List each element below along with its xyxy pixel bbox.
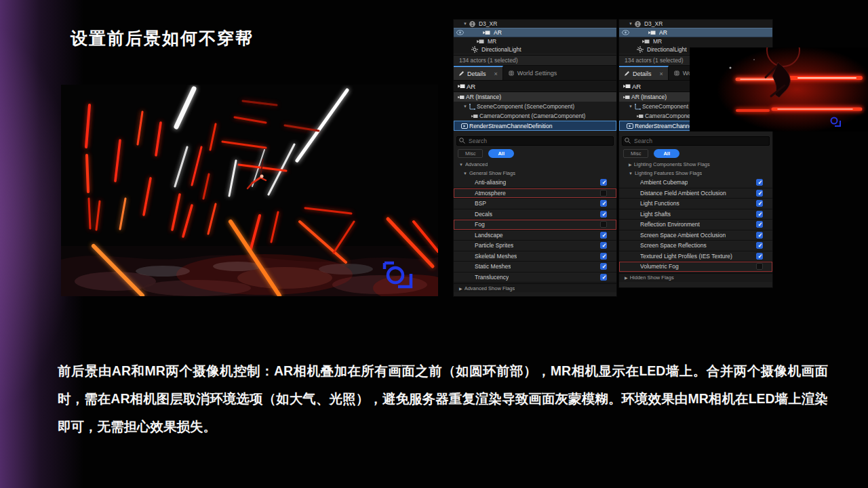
show-flag-row[interactable]: Distance Field Ambient Occlusion xyxy=(619,188,772,199)
checkbox[interactable] xyxy=(756,211,763,218)
checkbox[interactable] xyxy=(600,211,607,218)
expander-icon[interactable]: ▶ xyxy=(629,162,632,167)
show-flag-row[interactable]: Fog xyxy=(454,220,616,230)
tab-world-settings[interactable]: World Settings xyxy=(503,66,561,80)
outliner-label: AR xyxy=(659,29,667,36)
show-flag-row[interactable]: Reflection Environment xyxy=(619,220,772,230)
expander-icon[interactable]: ▶ xyxy=(459,286,462,291)
instance-row[interactable]: AR (Instance) xyxy=(454,92,616,102)
close-icon[interactable]: × xyxy=(494,70,498,77)
checkbox[interactable] xyxy=(756,200,763,207)
component-label: RenderStreamChannelDefinition xyxy=(469,123,552,129)
checkbox[interactable] xyxy=(600,242,607,249)
checkbox[interactable] xyxy=(600,253,607,260)
show-flag-row[interactable]: Textured Light Profiles (IES Texture) xyxy=(619,251,772,262)
checkbox[interactable] xyxy=(756,190,763,197)
expander-icon[interactable]: ▼ xyxy=(463,171,467,176)
show-flag-row[interactable]: Screen Space Reflections xyxy=(619,241,772,251)
outliner-row-mr[interactable]: MR xyxy=(619,37,772,45)
show-flag-label: Atmosphere xyxy=(475,190,506,197)
search-input[interactable] xyxy=(622,136,770,146)
checkbox[interactable] xyxy=(600,263,607,270)
camera-icon xyxy=(623,95,630,100)
show-flag-label: Advanced Show Flags xyxy=(465,285,515,291)
show-flag-row[interactable]: ▼ Lighting Features Show Flags xyxy=(619,169,772,178)
checkbox[interactable] xyxy=(600,274,607,281)
outliner-row-mr[interactable]: MR xyxy=(454,37,616,45)
expander-icon[interactable]: ▼ xyxy=(629,171,633,176)
checkbox[interactable] xyxy=(756,221,763,228)
pencil-icon xyxy=(624,70,630,77)
tab-details[interactable]: Details × xyxy=(454,66,503,80)
expander-icon[interactable]: ▼ xyxy=(629,22,633,26)
outliner-row-ar[interactable]: AR xyxy=(619,28,772,37)
close-icon[interactable]: × xyxy=(660,70,663,77)
expander-icon[interactable]: ▼ xyxy=(463,22,467,26)
eye-icon[interactable] xyxy=(622,30,629,35)
show-flag-row[interactable]: ▼ General Show Flags xyxy=(454,169,616,178)
camera-icon xyxy=(648,30,656,35)
world-icon xyxy=(469,21,475,27)
checkbox[interactable] xyxy=(600,190,607,197)
component-row-camera[interactable]: CameraComponent (CameraComponent) xyxy=(454,111,616,121)
checkbox[interactable] xyxy=(756,263,763,270)
show-flag-row[interactable]: Ambient Cubemap xyxy=(619,178,772,188)
checkbox[interactable] xyxy=(756,242,763,249)
show-flags-list: ▶ Lighting Components Show Flags ▼ Light… xyxy=(619,160,772,287)
component-row-scene[interactable]: ▼ SceneComponent (SceneComponent) xyxy=(454,102,616,111)
show-flag-row[interactable]: Anti-aliasing xyxy=(454,178,616,188)
show-flag-row[interactable]: Static Meshes xyxy=(454,262,616,272)
outliner-row-world[interactable]: ▼ D3_XR xyxy=(619,20,772,28)
show-flag-row[interactable]: ▶ Lighting Components Show Flags xyxy=(619,160,772,169)
tab-details[interactable]: Details × xyxy=(619,66,669,80)
outliner-row-light[interactable]: DirectionalLight xyxy=(454,45,616,54)
checkbox[interactable] xyxy=(756,179,763,186)
body-paragraph: 前后景由AR和MR两个摄像机控制：AR相机叠加在所有画面之前（如圆环前部），MR… xyxy=(58,357,828,441)
outliner-row-world[interactable]: ▼ D3_XR xyxy=(454,20,616,28)
component-label: SceneComponent (SceneComponent) xyxy=(477,103,574,110)
show-flag-row[interactable]: Screen Space Ambient Occlusion xyxy=(619,230,772,241)
camera-icon xyxy=(642,39,650,44)
expander-icon[interactable]: ▼ xyxy=(629,104,633,108)
show-flag-row[interactable]: Light Functions xyxy=(619,199,772,209)
component-row-renderstream[interactable]: RenderStreamChannelDefinition xyxy=(454,121,616,131)
expander-icon[interactable]: ▶ xyxy=(625,275,628,280)
search-input[interactable] xyxy=(456,136,614,146)
checkbox[interactable] xyxy=(600,232,607,239)
show-flag-row[interactable]: Light Shafts xyxy=(619,209,772,220)
show-flag-label: Skeletal Meshes xyxy=(475,253,517,260)
ar-shot-art xyxy=(690,47,868,131)
show-flag-row[interactable]: ▶ Advanced Show Flags xyxy=(454,283,616,292)
show-flag-row[interactable]: Volumetric Fog xyxy=(619,262,772,272)
show-flag-label: Static Meshes xyxy=(475,263,511,270)
outliner-row-ar[interactable]: AR xyxy=(454,28,616,37)
tab-bar: Details × World Settings xyxy=(454,66,616,81)
show-flag-row[interactable]: Landscape xyxy=(454,230,616,241)
checkbox[interactable] xyxy=(756,232,763,239)
show-flag-row[interactable]: Decals xyxy=(454,209,616,220)
expander-icon[interactable]: ▼ xyxy=(459,163,463,167)
all-filter-button[interactable]: All xyxy=(488,149,514,158)
checkbox[interactable] xyxy=(600,179,607,186)
show-flag-label: Textured Light Profiles (IES Texture) xyxy=(640,253,732,260)
show-flag-row[interactable]: BSP xyxy=(454,199,616,209)
all-filter-button[interactable]: All xyxy=(654,149,679,158)
camera-icon xyxy=(637,114,644,119)
show-flag-row[interactable]: Particle Sprites xyxy=(454,241,616,251)
checkbox[interactable] xyxy=(756,253,763,260)
search-bar xyxy=(619,136,772,146)
show-flag-row[interactable]: Translucency xyxy=(454,272,616,283)
sun-icon xyxy=(471,46,478,53)
show-flag-row[interactable]: ▼ Advanced xyxy=(454,160,616,169)
show-flag-row[interactable]: Skeletal Meshes xyxy=(454,251,616,262)
misc-filter-button[interactable]: Misc xyxy=(458,149,483,158)
checkbox[interactable] xyxy=(600,200,607,207)
show-flag-row[interactable]: ▶ Hidden Show Flags xyxy=(619,273,772,282)
expander-icon[interactable]: ▼ xyxy=(463,104,467,108)
show-flag-row[interactable]: Atmosphere xyxy=(454,188,616,199)
show-flag-label: Screen Space Reflections xyxy=(640,242,707,249)
misc-filter-button[interactable]: Misc xyxy=(623,149,648,158)
show-flag-label: Screen Space Ambient Occlusion xyxy=(640,232,726,239)
eye-icon[interactable] xyxy=(456,30,464,35)
checkbox[interactable] xyxy=(600,221,607,228)
